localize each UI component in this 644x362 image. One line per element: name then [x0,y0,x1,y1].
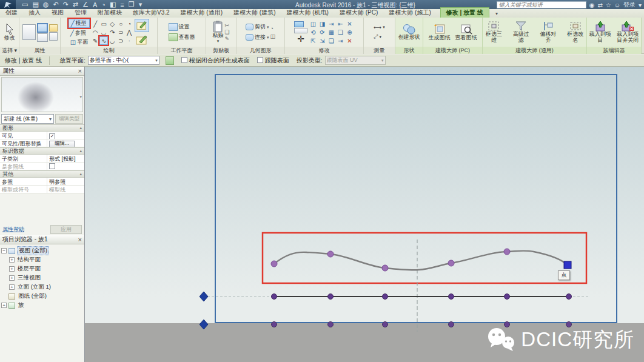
properties-window-icon[interactable] [37,23,48,33]
pin-icon[interactable]: ⊕ [345,28,354,36]
expand-expander-icon[interactable]: + [9,257,15,263]
expand-expander-icon[interactable]: + [9,284,15,290]
paste-button[interactable]: 粘贴 ▾ [212,21,223,44]
section-other[interactable]: 其他 ▴ [0,170,84,178]
offset-align-button[interactable]: 偏移对齐 [538,21,558,44]
tab-manage[interactable]: 管理 [69,8,92,18]
login-caret-icon[interactable]: ▾ [639,2,642,8]
modify-bar-icon[interactable] [294,28,307,33]
surface-loop-checkbox-box[interactable] [181,57,187,63]
control-point[interactable] [271,261,277,267]
delete-icon[interactable]: ✕ [345,36,354,45]
section-graphics[interactable]: 图形 ▴ [0,124,84,132]
panel-label-geometry[interactable]: 几何图形 [236,47,284,54]
sketch-edit2-icon[interactable] [135,34,149,46]
pencil-tool-icon[interactable]: ✎ [91,36,99,45]
demolish-icon[interactable]: ◔ [270,25,276,32]
expand-expander-icon[interactable]: + [9,275,15,281]
copy-move-icon[interactable]: ❏ [327,36,336,45]
panel-label-properties[interactable]: 属性 [19,47,60,54]
angle-tool-icon[interactable]: ⋀ [125,28,133,36]
fillet-arc-tool-icon[interactable]: ◡ [99,28,108,36]
create-form-button[interactable]: 创建形状 [397,24,421,41]
draw-model-button[interactable]: ╱ 模型 [69,19,90,28]
advanced-filter-button[interactable]: 高级过滤 [511,21,531,44]
unpin-icon[interactable]: ⇥ [336,36,345,45]
expand-expander-icon[interactable]: + [9,266,15,272]
expand-expander-icon[interactable]: + [1,303,7,308]
reference-value[interactable]: 弱参照 [47,178,84,185]
login-button[interactable]: 登录 [623,1,636,9]
exchange-icon[interactable]: ⇄ [597,2,602,8]
tab-master-pc[interactable]: 建模大师 (PC) [334,8,383,18]
line-tool-icon[interactable]: ╱ [91,19,99,28]
dim-caret-icon[interactable]: ▾ [379,35,381,39]
tree-item-sheets[interactable]: 图纸 (全部) [1,292,83,301]
circle-tool-icon[interactable]: ○ [116,19,125,28]
tree-item-structural-plans[interactable]: + 结构平面 [1,255,83,264]
properties-help-link[interactable]: 属性帮助 [2,226,24,233]
panel-label-draw[interactable]: 绘制 [61,47,157,54]
surface-mode-icon[interactable] [166,56,174,65]
copy-icon[interactable]: ❏ [224,29,229,35]
ribbon-display-toggle[interactable]: ▾ [495,11,498,18]
control-point[interactable] [504,249,510,255]
binoculars-search-icon[interactable]: ◉ [589,2,595,8]
tab-create[interactable]: 创建 [0,8,23,18]
panel-label-measure[interactable]: 测量 [364,47,395,54]
text-icon[interactable]: A [93,1,97,8]
load-into-project-button[interactable]: 载入到项目 [588,21,612,44]
offset-icon[interactable]: ⟲ [309,28,318,36]
mirror-icon[interactable]: ◫ [309,19,318,28]
matchtype-icon[interactable]: ✎ [224,36,229,42]
tab-master-arch[interactable]: 建模大师 (建筑) [228,8,281,18]
close-properties-icon[interactable]: × [78,67,82,75]
load-into-project-close-button[interactable]: 载入到项目并关闭 [616,21,640,44]
view3d-icon[interactable]: ◔ [101,1,106,8]
panel-label-master-general[interactable]: 建模大师 (通用) [483,47,586,54]
edit-overrides-button[interactable]: 编辑... [49,141,75,147]
generate-sheet-button[interactable]: 生成图纸 [429,23,451,41]
level-diamond-marker[interactable] [200,292,208,301]
family-types-icon[interactable] [37,33,48,42]
paint-icon[interactable]: ◫ [270,33,276,39]
properties-big-icon[interactable] [22,24,36,40]
tab-view[interactable]: 视图 [46,8,69,18]
tab-family-lib[interactable]: 族库大师V3.2 [127,8,175,18]
array-icon[interactable]: ▦ [327,28,336,36]
panel-label-select[interactable]: 选择 ▾ [0,47,19,54]
follow-surface-checkbox[interactable]: 跟随表面 [257,56,289,65]
cut-geometry-button[interactable]: 剪切 ▾ [246,23,269,31]
extend-icon[interactable]: ⇥ [327,19,336,28]
edit-type-button[interactable]: 编辑类型 [55,114,83,124]
draw-plane-button[interactable]: ◫ 平面 [69,38,90,46]
project-browser-header[interactable]: 项目浏览器 - 族1 × [0,235,84,244]
draw-reference-button[interactable]: ╱ 参照 [69,29,90,37]
trim-icon[interactable]: ⇤ [336,19,345,28]
control-point[interactable] [382,265,388,271]
tree-item-families[interactable]: + 族 [1,301,83,310]
tree-item-views[interactable]: − 视图 (全部) [1,246,83,255]
spline-curve[interactable] [274,250,568,270]
measure-diag-icon[interactable]: ⤢ [374,33,378,40]
grid-icon[interactable] [49,32,58,41]
drawing-canvas[interactable]: 点 DCIC研究所 [85,67,644,362]
modify-wall-icon[interactable] [294,21,304,27]
mirror-axis-icon[interactable]: ◨ [318,19,327,28]
visible-checkbox[interactable]: ✓ [49,133,55,139]
workplane-viewer-button[interactable]: 查看器 [169,33,195,41]
surface-loop-checkbox[interactable]: 根据闭合的环生成表面 [181,56,250,65]
account-icon[interactable]: ☺ [614,2,620,8]
measure-line-icon[interactable]: ⟷ [374,24,381,30]
tab-modify-place-lines[interactable]: 修改 | 放置 线 [440,7,489,18]
collapse-expander-icon[interactable]: − [1,248,7,253]
sketch-edit-icon[interactable] [135,19,149,32]
family-category-icon[interactable] [49,24,58,32]
search-input[interactable] [497,1,586,8]
panel-label-modify[interactable]: 修改 [285,47,363,54]
close-browser-icon[interactable]: × [78,236,82,243]
control-point[interactable] [448,260,454,266]
tree-item-elevations[interactable]: + 立面 (立面 1) [1,283,83,292]
measure-caret-icon[interactable]: ▾ [383,25,385,30]
placement-plane-select[interactable]: 参照平面 : 中心( ▾ [88,56,159,65]
